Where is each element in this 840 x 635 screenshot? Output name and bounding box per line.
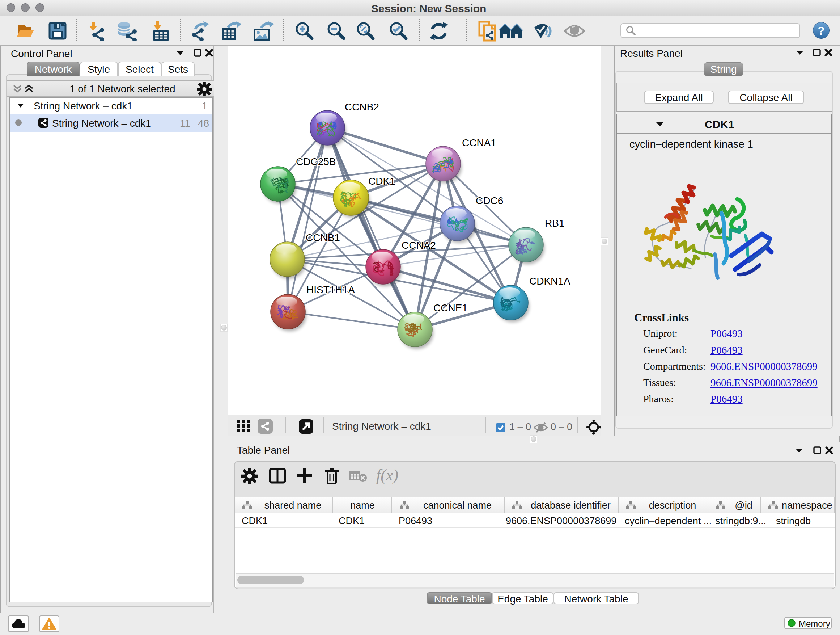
svg-text:CDKN1A: CDKN1A — [529, 276, 570, 287]
svg-text:CCNA2: CCNA2 — [401, 240, 436, 251]
svg-text:CDC25B: CDC25B — [296, 156, 336, 167]
svg-text:CCNB1: CCNB1 — [306, 232, 340, 243]
svg-text:HIST1H1A: HIST1H1A — [306, 284, 355, 295]
svg-text:CDC6: CDC6 — [476, 195, 503, 206]
svg-text:CDK1: CDK1 — [368, 176, 395, 187]
svg-text:CCNE1: CCNE1 — [433, 302, 468, 314]
svg-text:CCNB2: CCNB2 — [345, 101, 379, 112]
svg-text:RB1: RB1 — [545, 218, 564, 229]
svg-text:CCNA1: CCNA1 — [462, 137, 496, 149]
